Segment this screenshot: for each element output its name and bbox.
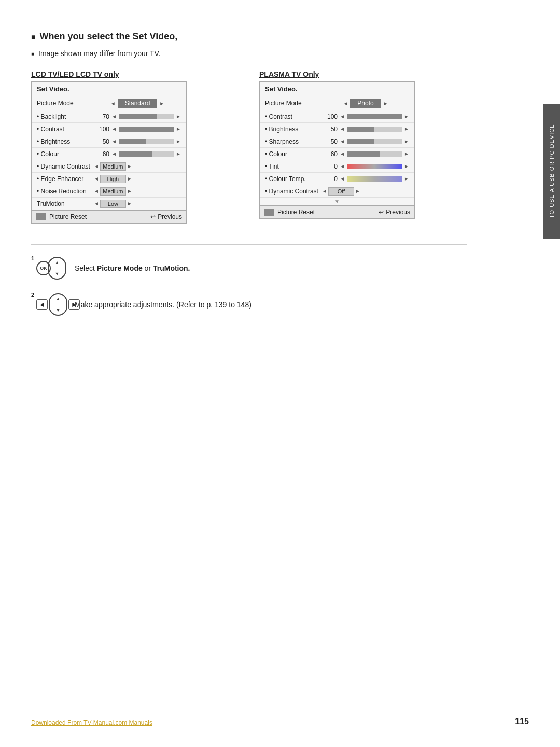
lcd-mode-selected: Standard: [118, 99, 158, 108]
plasma-mode-label: Picture Mode: [265, 100, 322, 107]
step2-nav-down-icon: ▼: [55, 308, 60, 313]
plasma-colour-temp-left[interactable]: ◄: [340, 176, 345, 182]
section-title: When you select the Set Video,: [31, 31, 467, 42]
noise-reduction-value: Medium: [100, 187, 126, 196]
colour-right-arrow[interactable]: ►: [176, 151, 181, 157]
lcd-reset-label: Picture Reset: [49, 213, 87, 220]
plasma-tint-right[interactable]: ►: [404, 163, 409, 169]
lcd-row-noise-reduction: • Noise Reduction ◄ Medium ►: [32, 185, 186, 198]
plasma-colour-slider[interactable]: [347, 151, 402, 157]
trumotion-value: Low: [100, 200, 126, 208]
plasma-contrast-right[interactable]: ►: [404, 114, 409, 119]
plasma-dynamic-contrast-value: Off: [328, 187, 354, 196]
plasma-brightness-left[interactable]: ◄: [340, 126, 345, 132]
plasma-reset-label: Picture Reset: [277, 209, 315, 216]
edge-enhancer-value: High: [100, 175, 126, 183]
brightness-left-arrow[interactable]: ◄: [111, 139, 117, 144]
trumotion-left-arrow[interactable]: ◄: [94, 201, 99, 206]
nav-up-icon: ▲: [55, 260, 60, 265]
colour-left-arrow[interactable]: ◄: [111, 151, 117, 157]
footer-link[interactable]: Downloaded From TV-Manual.com Manuals: [31, 719, 152, 726]
plasma-row-brightness: • Brightness 50 ◄ ►: [260, 123, 414, 135]
backlight-slider[interactable]: [119, 114, 174, 119]
plasma-section: PLASMA TV Only Set Video. Picture Mode ◄…: [259, 70, 467, 224]
backlight-right-arrow[interactable]: ►: [176, 114, 181, 119]
row-value-contrast: 100: [94, 126, 109, 133]
brightness-right-arrow[interactable]: ►: [176, 139, 181, 144]
plasma-controls-brightness: ◄ ►: [340, 126, 409, 132]
row-controls-dynamic-contrast: ◄ Medium ►: [94, 162, 181, 171]
plasma-colour-left[interactable]: ◄: [340, 151, 345, 157]
page-number: 115: [515, 717, 529, 726]
sidebar-label: TO USE A USB OR PC DEVICE: [543, 104, 560, 239]
plasma-dynamic-contrast-right[interactable]: ►: [355, 188, 360, 194]
plasma-label-brightness: • Brightness: [265, 126, 322, 133]
plasma-mode-left-arrow[interactable]: ◄: [343, 101, 348, 106]
contrast-slider[interactable]: [119, 127, 174, 132]
plasma-sharpness-right[interactable]: ►: [404, 139, 409, 144]
plasma-colour-temp-right[interactable]: ►: [404, 176, 409, 182]
lcd-prev-btn[interactable]: ↩ Previous: [150, 213, 182, 220]
row-label-brightness: • Brightness: [37, 138, 94, 145]
plasma-dynamic-contrast-left[interactable]: ◄: [322, 188, 327, 194]
step-1-icon-area: 1 OK ▲ ▼: [31, 255, 67, 281]
plasma-controls-colour: ◄ ►: [340, 151, 409, 157]
plasma-sharpness-slider[interactable]: [347, 139, 402, 144]
subtitle-text: Image shown may differ from your TV.: [38, 49, 161, 58]
noise-reduction-left-arrow[interactable]: ◄: [94, 188, 99, 194]
plasma-footer-icon: [264, 209, 274, 216]
plasma-prev-btn[interactable]: ↩ Previous: [379, 209, 410, 216]
edge-enhancer-left-arrow[interactable]: ◄: [94, 176, 99, 182]
plasma-colour-temp-slider[interactable]: [347, 176, 402, 182]
lcd-mode-left-arrow[interactable]: ◄: [110, 101, 116, 106]
step-2-text: Make appropriate adjustments. (Refer to …: [75, 300, 251, 309]
lcd-row-contrast: • Contrast 100 ◄ ►: [32, 123, 186, 135]
dynamic-contrast-right-arrow[interactable]: ►: [127, 163, 132, 169]
plasma-tint-slider[interactable]: [347, 164, 402, 169]
plasma-contrast-slider[interactable]: [347, 114, 402, 119]
step-1-icons: OK ▲ ▼: [36, 257, 66, 280]
colour-slider[interactable]: [119, 151, 174, 157]
step-2-icon-area: 2 ◄ ▲ ▼ ►: [31, 292, 67, 317]
backlight-left-arrow[interactable]: ◄: [111, 114, 117, 119]
contrast-right-arrow[interactable]: ►: [176, 126, 181, 132]
plasma-contrast-left[interactable]: ◄: [340, 114, 345, 119]
step-1-bold1: Picture Mode: [97, 264, 143, 272]
edge-enhancer-right-arrow[interactable]: ►: [127, 176, 132, 182]
dynamic-contrast-value: Medium: [100, 162, 126, 171]
brightness-slider[interactable]: [119, 139, 174, 144]
nav-oval-icon: ▲ ▼: [48, 257, 66, 280]
plasma-colour-right[interactable]: ►: [404, 151, 409, 157]
noise-reduction-right-arrow[interactable]: ►: [127, 188, 132, 194]
plasma-tint-left[interactable]: ◄: [340, 163, 345, 169]
lcd-picture-mode-row: Picture Mode ◄ Standard ►: [32, 96, 186, 110]
plasma-prev-label: Previous: [386, 209, 410, 216]
plasma-sharpness-left[interactable]: ◄: [340, 139, 345, 144]
row-controls-edge-enhancer: ◄ High ►: [94, 175, 181, 183]
plasma-label-colour-temp: • Colour Temp.: [265, 175, 322, 183]
panels-row: LCD TV/LED LCD TV only Set Video. Pictur…: [31, 70, 467, 224]
step-1-row: 1 OK ▲ ▼ Select Picture Mode or TruMotio…: [31, 255, 467, 281]
contrast-left-arrow[interactable]: ◄: [111, 126, 117, 132]
lcd-mode-right-arrow[interactable]: ►: [159, 101, 164, 106]
plasma-label-contrast: • Contrast: [265, 113, 322, 120]
plasma-picture-reset-btn[interactable]: Picture Reset: [277, 209, 315, 216]
row-value-brightness: 50: [94, 138, 109, 145]
plasma-label-sharpness: • Sharpness: [265, 138, 322, 145]
row-label-noise-reduction: • Noise Reduction: [37, 188, 94, 195]
lcd-row-dynamic-contrast: • Dynamic Contrast ◄ Medium ►: [32, 160, 186, 173]
trumotion-right-arrow[interactable]: ►: [127, 201, 132, 206]
row-label-dynamic-contrast: • Dynamic Contrast: [37, 163, 94, 170]
right-arrow-btn-icon: ►: [68, 299, 80, 310]
lcd-prev-label: Previous: [158, 213, 182, 220]
plasma-mode-right-arrow[interactable]: ►: [383, 101, 388, 106]
dynamic-contrast-left-arrow[interactable]: ◄: [94, 163, 99, 169]
row-value-colour: 60: [94, 150, 109, 158]
lcd-picture-reset-btn[interactable]: Picture Reset: [49, 213, 87, 220]
lcd-panel-footer: Picture Reset ↩ Previous: [32, 210, 186, 223]
steps-section: 1 OK ▲ ▼ Select Picture Mode or TruMotio…: [31, 255, 467, 317]
plasma-brightness-right[interactable]: ►: [404, 126, 409, 132]
lcd-row-colour: • Colour 60 ◄ ►: [32, 148, 186, 160]
plasma-brightness-slider[interactable]: [347, 127, 402, 132]
plasma-scroll-indicator: ▼: [260, 198, 414, 205]
